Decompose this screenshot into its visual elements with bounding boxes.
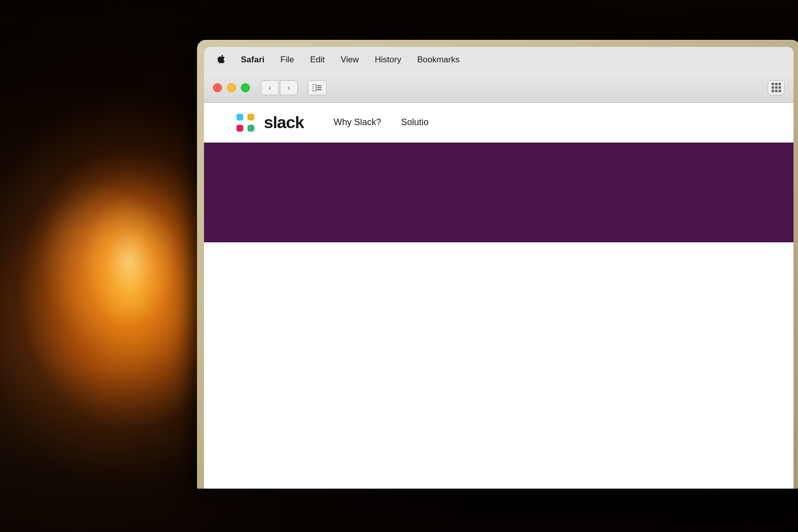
view-menu-item[interactable]: View: [333, 53, 367, 67]
browser-content: slack Why Slack? Solutio: [204, 103, 794, 489]
forward-button[interactable]: ›: [280, 80, 298, 95]
macos-menu-bar: Safari File Edit View History Bookmarks: [204, 47, 794, 73]
edit-menu-item[interactable]: Edit: [302, 53, 333, 67]
apple-menu-item[interactable]: [214, 52, 233, 68]
svg-rect-1: [317, 85, 322, 86]
svg-rect-4: [236, 114, 243, 121]
svg-rect-6: [236, 125, 243, 132]
traffic-lights: [213, 83, 250, 92]
laptop-frame: Safari File Edit View History Bookmarks …: [197, 40, 798, 489]
close-button[interactable]: [213, 83, 222, 92]
file-menu-item[interactable]: File: [272, 53, 302, 67]
bookmarks-menu-item[interactable]: Bookmarks: [409, 53, 467, 67]
screen-bezel: Safari File Edit View History Bookmarks …: [204, 47, 794, 489]
sidebar-toggle-icon: [313, 84, 322, 91]
solutions-link[interactable]: Solutio: [401, 117, 428, 128]
why-slack-link[interactable]: Why Slack?: [334, 117, 381, 128]
back-button[interactable]: ‹: [261, 80, 279, 95]
svg-rect-0: [313, 84, 316, 91]
slack-nav-links: Why Slack? Solutio: [334, 117, 428, 128]
maximize-button[interactable]: [241, 83, 250, 92]
back-icon: ‹: [269, 84, 271, 92]
browser-toolbar: ‹ ›: [204, 73, 794, 103]
history-menu-item[interactable]: History: [367, 53, 409, 67]
svg-rect-3: [317, 89, 322, 90]
lamp-glow: [40, 150, 219, 374]
svg-rect-2: [317, 87, 322, 88]
slack-navbar: slack Why Slack? Solutio: [204, 103, 794, 143]
slack-hash-icon: [234, 111, 257, 134]
forward-icon: ›: [288, 84, 290, 92]
sidebar-toggle-button[interactable]: [308, 80, 327, 95]
grid-icon: [772, 83, 781, 92]
safari-menu-item[interactable]: Safari: [233, 53, 272, 67]
slack-hero-section: [204, 143, 794, 242]
svg-rect-7: [247, 125, 254, 132]
slack-wordmark: slack: [264, 113, 304, 132]
extensions-button[interactable]: [768, 80, 785, 95]
minimize-button[interactable]: [227, 83, 236, 92]
slack-logo[interactable]: slack: [234, 111, 304, 134]
svg-rect-5: [247, 114, 254, 121]
nav-buttons: ‹ ›: [261, 80, 298, 95]
